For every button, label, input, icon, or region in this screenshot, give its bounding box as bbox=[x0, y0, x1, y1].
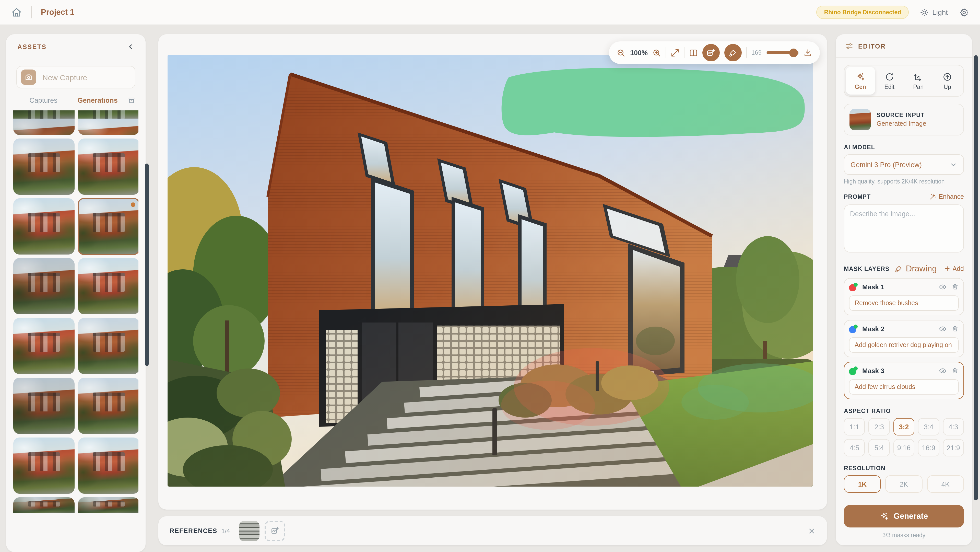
generation-thumbnail[interactable] bbox=[13, 497, 75, 513]
brush-size-slider[interactable] bbox=[766, 51, 799, 54]
generation-thumbnail[interactable] bbox=[78, 497, 138, 513]
aspect-5-4[interactable]: 5:4 bbox=[869, 439, 890, 456]
generation-thumbnail[interactable] bbox=[78, 258, 138, 314]
prompt-input[interactable] bbox=[844, 204, 964, 252]
brush-tool-button[interactable] bbox=[724, 44, 742, 61]
resolution-label: RESOLUTION bbox=[844, 465, 964, 471]
generation-thumbnail-selected[interactable] bbox=[78, 198, 138, 255]
mask-prompt-input[interactable] bbox=[849, 379, 959, 394]
divider bbox=[684, 47, 684, 58]
source-input-card[interactable]: SOURCE INPUT Generated Image bbox=[844, 104, 964, 136]
tab-up[interactable]: Up bbox=[933, 67, 962, 94]
generation-thumbnail[interactable] bbox=[13, 437, 75, 494]
trash-icon[interactable] bbox=[951, 283, 959, 291]
generation-thumbnail[interactable] bbox=[13, 258, 75, 314]
assets-title: ASSETS bbox=[18, 43, 46, 50]
ai-model-helper: High quality, supports 2K/4K resolution bbox=[844, 179, 964, 185]
download-icon[interactable] bbox=[803, 48, 812, 57]
aspect-4-3[interactable]: 4:3 bbox=[943, 418, 964, 436]
generation-thumbnail[interactable] bbox=[78, 110, 138, 135]
mask-card-3-selected[interactable]: Mask 3 bbox=[844, 362, 964, 399]
tab-edit[interactable]: Edit bbox=[875, 67, 904, 94]
aspect-21-9[interactable]: 21:9 bbox=[943, 439, 964, 456]
aspect-16-9[interactable]: 16:9 bbox=[918, 439, 939, 456]
resolution-2k[interactable]: 2K bbox=[886, 475, 923, 493]
ai-model-value: Gemini 3 Pro (Preview) bbox=[851, 161, 922, 168]
tab-gen[interactable]: Gen bbox=[846, 67, 875, 94]
source-input-value: Generated Image bbox=[877, 120, 926, 127]
gear-icon[interactable] bbox=[959, 7, 969, 17]
trash-icon[interactable] bbox=[951, 367, 959, 375]
generation-thumbnail[interactable] bbox=[78, 318, 138, 374]
add-image-tool-button[interactable] bbox=[702, 44, 720, 61]
ai-model-select[interactable]: Gemini 3 Pro (Preview) bbox=[844, 154, 964, 175]
masks-ready-status: 3/3 masks ready bbox=[844, 532, 964, 538]
references-count: 1/4 bbox=[221, 527, 230, 534]
generation-thumbnail[interactable] bbox=[13, 198, 75, 255]
sparkles-icon bbox=[856, 72, 865, 81]
mask-color-swatch bbox=[849, 282, 858, 291]
zoom-in-icon[interactable] bbox=[652, 48, 661, 57]
aspect-3-4[interactable]: 3:4 bbox=[918, 418, 939, 436]
generation-thumbnail[interactable] bbox=[13, 139, 75, 195]
window-scrollbar[interactable] bbox=[974, 55, 978, 500]
tab-generations[interactable]: Generations bbox=[70, 97, 125, 104]
trash-icon[interactable] bbox=[951, 325, 959, 333]
mask-prompt-input[interactable] bbox=[849, 337, 959, 353]
split-view-icon[interactable] bbox=[689, 48, 698, 57]
app-window: Project 1 Rhino Bridge Disconnected Ligh… bbox=[0, 0, 980, 552]
theme-toggle[interactable]: Light bbox=[920, 8, 948, 17]
new-capture-button[interactable]: New Capture bbox=[16, 66, 135, 88]
generation-thumbnail[interactable] bbox=[78, 378, 138, 434]
generation-thumbnail[interactable] bbox=[78, 437, 138, 494]
enhance-button[interactable]: Enhance bbox=[929, 193, 964, 200]
resolution-4k[interactable]: 4K bbox=[927, 475, 964, 493]
zoom-level: 100% bbox=[630, 49, 648, 56]
mask-layers-label: MASK LAYERS bbox=[844, 265, 889, 272]
tab-pan[interactable]: Pan bbox=[904, 67, 933, 94]
project-title: Project 1 bbox=[41, 8, 74, 17]
home-icon[interactable] bbox=[11, 7, 22, 18]
generation-thumbnail[interactable] bbox=[13, 110, 75, 135]
add-reference-button[interactable] bbox=[265, 520, 285, 541]
aspect-9-16[interactable]: 9:16 bbox=[893, 439, 915, 456]
clear-assets-icon[interactable] bbox=[128, 97, 135, 104]
generate-button[interactable]: Generate bbox=[844, 505, 964, 528]
top-bar: Project 1 Rhino Bridge Disconnected Ligh… bbox=[0, 0, 980, 25]
tab-captures[interactable]: Captures bbox=[16, 97, 70, 104]
aspect-4-5[interactable]: 4:5 bbox=[844, 439, 865, 456]
aspect-3-2-selected[interactable]: 3:2 bbox=[893, 418, 915, 436]
zoom-out-icon[interactable] bbox=[617, 48, 625, 57]
eye-icon[interactable] bbox=[939, 325, 947, 333]
collapse-panel-icon[interactable] bbox=[127, 43, 134, 51]
aspect-1-1[interactable]: 1:1 bbox=[844, 418, 865, 436]
generation-thumbnail[interactable] bbox=[78, 139, 138, 195]
assets-scrollbar[interactable] bbox=[145, 164, 149, 366]
resolution-1k-selected[interactable]: 1K bbox=[844, 475, 881, 493]
eye-icon[interactable] bbox=[939, 367, 947, 375]
aspect-2-3[interactable]: 2:3 bbox=[869, 418, 890, 436]
drawing-mode-label: Drawing bbox=[906, 264, 937, 273]
fit-expand-icon[interactable] bbox=[671, 48, 679, 57]
brush-size-value: 169 bbox=[751, 49, 762, 56]
generate-label: Generate bbox=[894, 512, 928, 521]
slider-thumb[interactable] bbox=[789, 49, 798, 57]
generations-list bbox=[13, 110, 138, 552]
mask-prompt-input[interactable] bbox=[849, 295, 959, 311]
theme-label: Light bbox=[932, 8, 948, 16]
add-mask-button[interactable]: Add bbox=[944, 265, 964, 272]
references-label: REFERENCES bbox=[170, 527, 217, 534]
assets-panel: ASSETS New Capture Captures Generations bbox=[6, 34, 146, 552]
camera-icon bbox=[21, 70, 36, 85]
aspect-ratio-options: 1:1 2:3 3:2 3:4 4:3 4:5 5:4 9:16 16:9 21… bbox=[844, 418, 964, 456]
close-references-icon[interactable] bbox=[808, 527, 816, 535]
axes-icon bbox=[913, 72, 923, 81]
mask-card-2[interactable]: Mask 2 bbox=[844, 320, 964, 357]
drawing-mode-button[interactable]: Drawing bbox=[894, 264, 937, 273]
canvas-image[interactable] bbox=[167, 55, 813, 487]
reference-thumbnail[interactable] bbox=[239, 520, 259, 541]
eye-icon[interactable] bbox=[939, 283, 947, 291]
generation-thumbnail[interactable] bbox=[13, 318, 75, 374]
mask-card-1[interactable]: Mask 1 bbox=[844, 278, 964, 315]
generation-thumbnail[interactable] bbox=[13, 378, 75, 434]
